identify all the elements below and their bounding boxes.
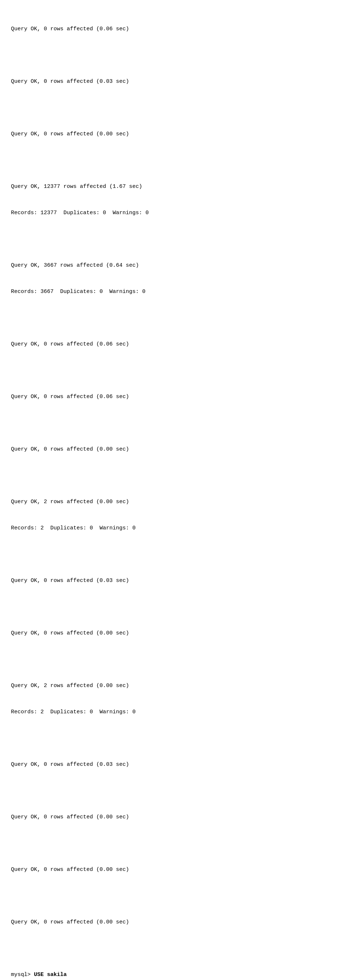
query-line-9: Query OK, 0 rows affected (0.06 sec) [11,393,339,401]
query-line-19: Query OK, 0 rows affected (0.00 sec) [11,865,339,874]
query-line-13: Query OK, 0 rows affected (0.03 sec) [11,576,339,585]
query-line-10: Query OK, 0 rows affected (0.00 sec) [11,445,339,454]
query-line-14: Query OK, 0 rows affected (0.00 sec) [11,629,339,638]
query-line-15: Query OK, 2 rows affected (0.00 sec) [11,681,339,690]
query-line-3: Query OK, 0 rows affected (0.00 sec) [11,130,339,138]
query-line-18: Query OK, 0 rows affected (0.00 sec) [11,813,339,822]
query-line-7: Records: 3667 Duplicates: 0 Warnings: 0 [11,288,339,296]
query-line-20: Query OK, 0 rows affected (0.00 sec) [11,918,339,927]
query-line-17: Query OK, 0 rows affected (0.03 sec) [11,760,339,769]
query-line-12: Records: 2 Duplicates: 0 Warnings: 0 [11,524,339,533]
terminal-output: Query OK, 0 rows affected (0.06 sec) Que… [0,0,350,980]
query-line-11: Query OK, 2 rows affected (0.00 sec) [11,498,339,506]
query-line-2: Query OK, 0 rows affected (0.03 sec) [11,77,339,86]
query-line-4: Query OK, 12377 rows affected (1.67 sec) [11,183,339,191]
query-line-8: Query OK, 0 rows affected (0.06 sec) [11,340,339,349]
query-line-5: Records: 12377 Duplicates: 0 Warnings: 0 [11,209,339,218]
query-line-6: Query OK, 3667 rows affected (0.64 sec) [11,261,339,270]
query-line-1: Query OK, 0 rows affected (0.06 sec) [11,25,339,33]
use-sakila-command: USE sakila [34,972,67,978]
query-line-16: Records: 2 Duplicates: 0 Warnings: 0 [11,708,339,717]
use-sakila-line: mysql> USE sakila [11,970,339,979]
